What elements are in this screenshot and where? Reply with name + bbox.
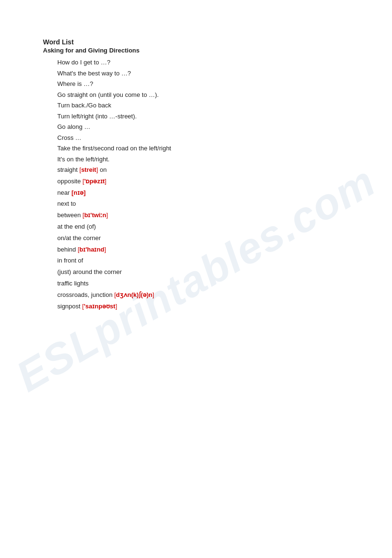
vocab-item: on/at the corner (57, 233, 349, 243)
list-item: Turn left/right (into …-street). (57, 112, 349, 121)
vocab-item: in front of (57, 256, 349, 266)
list-item: Turn back./Go back (57, 101, 349, 110)
list-item: Go along … (57, 122, 349, 132)
list-item: Take the first/second road on the left/r… (57, 144, 349, 153)
vocab-item: (just) around the corner (57, 267, 349, 277)
list-item: Where is …? (57, 79, 349, 89)
vocab-item: behind [bɪ'haɪnd] (57, 245, 349, 255)
list-item: Go straight on (until you come to …). (57, 90, 349, 100)
vocab-item: signpost ['saɪnpəʊst] (57, 302, 349, 312)
vocab-item: traffic lights (57, 279, 349, 289)
list-item: Cross … (57, 133, 349, 143)
vocab-list: straight [streit] on opposite ['ɒpəzɪt] … (43, 165, 349, 311)
list-item: How do I get to …? (57, 58, 349, 67)
section-title: Asking for and Giving Directions (43, 47, 349, 54)
list-item: What's the best way to …? (57, 69, 349, 78)
page-content: Word List Asking for and Giving Directio… (0, 0, 392, 341)
vocab-item: straight [streit] on (57, 165, 349, 175)
vocab-item: near [nɪə] (57, 188, 349, 198)
phrases-list: How do I get to …? What's the best way t… (43, 58, 349, 164)
list-item: It's on the left/right. (57, 155, 349, 164)
vocab-item: at the end (of) (57, 222, 349, 232)
vocab-item: next to (57, 199, 349, 209)
vocab-item: between [bɪ'twiːn] (57, 211, 349, 221)
vocab-item: opposite ['ɒpəzɪt] (57, 177, 349, 187)
vocab-item: crossroads, junction [dʒʌn(k)ʃ(ə)n] (57, 290, 349, 300)
main-title: Word List (43, 38, 349, 46)
